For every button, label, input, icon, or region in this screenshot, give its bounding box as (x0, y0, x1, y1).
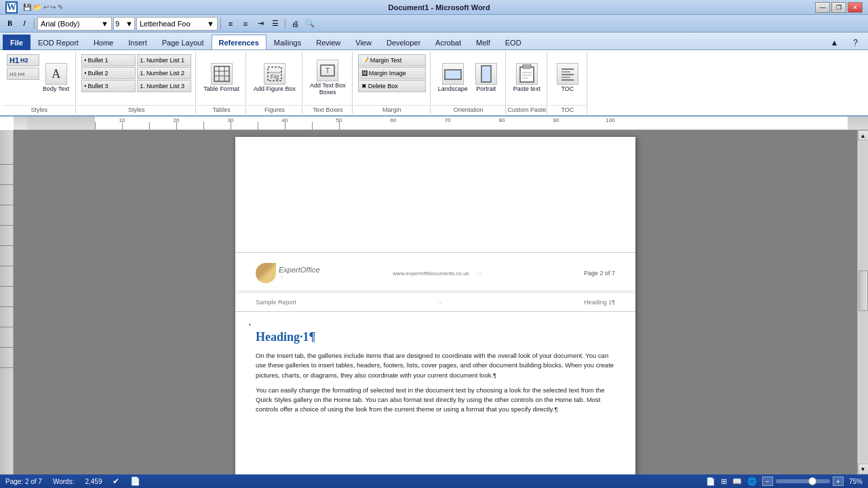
delete-box-button[interactable]: ✖ Delete Box (358, 80, 426, 92)
print-preview-button[interactable]: 🔍 (303, 17, 317, 30)
add-text-box-icon: T (317, 60, 338, 81)
num1-button[interactable]: 1. Number List 1 (137, 54, 191, 66)
h1-label[interactable]: H1 (9, 56, 19, 64)
zoom-slider-thumb[interactable] (808, 477, 816, 485)
tab-page-layout[interactable]: Page Layout (155, 35, 212, 49)
tab-references[interactable]: References (212, 35, 267, 50)
body-paragraph-1[interactable]: On the Insert tab, the galleries include… (256, 351, 615, 380)
bullet1-icon: • (84, 57, 86, 64)
bold-button[interactable]: 𝐁 (3, 17, 16, 30)
minimize-button[interactable]: — (815, 2, 830, 13)
svg-rect-10 (445, 70, 461, 79)
document-heading[interactable]: Heading·1¶ (256, 330, 615, 344)
landscape-icon (442, 63, 464, 85)
h3-label[interactable]: H3 (9, 71, 16, 77)
italic-button[interactable]: 𝐼 (18, 17, 31, 30)
words-count: 2,459 (85, 478, 102, 485)
status-bar: Page: 2 of 7 Words: 2,459 ✔ 📄 📄 ⊞ 📖 🌐 − … (0, 474, 868, 488)
doc-info-icon[interactable]: 📄 (130, 476, 140, 486)
zoom-out-button[interactable]: − (762, 476, 773, 486)
scroll-up-button[interactable]: ▲ (858, 130, 869, 141)
tab-view[interactable]: View (348, 35, 379, 49)
landscape-button[interactable]: Landscape (436, 54, 470, 102)
tab-review[interactable]: Review (309, 35, 348, 49)
bullets-toolbar-button[interactable]: ☰ (269, 17, 282, 30)
ribbon-group-paste: Paste text Custom Paste (507, 52, 547, 114)
num3-button[interactable]: 1. Number List 3 (137, 80, 191, 92)
scroll-track[interactable] (859, 142, 868, 463)
zoom-slider[interactable] (776, 479, 830, 483)
bullet-marker: • (249, 321, 251, 327)
h2-label[interactable]: H2 (20, 57, 28, 64)
margin-image-button[interactable]: 🖼 Margin Image (358, 67, 426, 79)
num2-button[interactable]: 1. Number List 2 (137, 67, 191, 79)
margin-text-button[interactable]: 📝 Margin Text (358, 54, 426, 66)
body-text-button[interactable]: A Body Text (41, 54, 71, 102)
scroll-thumb[interactable] (859, 270, 868, 311)
separator2 (220, 18, 221, 29)
page-container: ExpertOffice → www.expertoffidocuments.c… (14, 130, 857, 474)
page1-footer: ExpertOffice → www.expertoffidocuments.c… (235, 252, 635, 293)
body-paragraph-2[interactable]: You can easily change the formatting of … (256, 386, 615, 415)
ribbon-content: H1 H2 H3 H4 A Body Text Styles • (0, 50, 868, 117)
tab-melf[interactable]: Melf (469, 35, 498, 49)
ribbon-group-orientation: Landscape Portrait Orientation (432, 52, 506, 114)
add-figure-box-icon: Fig (264, 63, 285, 85)
separator (34, 18, 35, 29)
font-size-input[interactable]: 9 ▼ (113, 17, 135, 30)
bullet2-button[interactable]: • Bullet 2 (81, 67, 136, 79)
view-normal-icon[interactable]: 📄 (706, 477, 715, 486)
indent-button[interactable]: ⇥ (254, 17, 267, 30)
close-button[interactable]: ✕ (848, 2, 863, 13)
expand-ribbon-button[interactable]: ▲ (823, 35, 846, 49)
paste-text-button[interactable]: Paste text (511, 54, 542, 102)
table-format-button[interactable]: Table Format (201, 54, 241, 102)
ribbon-group-styles: H1 H2 H3 H4 A Body Text Styles (3, 52, 76, 114)
toc-label: TOC (561, 86, 574, 93)
page2-content[interactable]: • Heading·1¶ On the Insert tab, the gall… (235, 312, 635, 434)
font-selector[interactable]: Arial (Body) ▼ (37, 17, 112, 30)
print-button[interactable]: 🖨 (288, 17, 302, 30)
title-bar: W 💾 📂 ↩ ↪ ✎ Document1 - Microsoft Word —… (0, 0, 868, 15)
tab-insert[interactable]: Insert (121, 35, 155, 49)
align-center-button[interactable]: ≡ (239, 17, 252, 30)
tab-home[interactable]: Home (86, 35, 121, 49)
footer-center: www.expertoffidocuments.co.uk → (327, 270, 554, 277)
add-figure-box-label: Add Figure Box (254, 86, 296, 93)
ruler-area: 10 20 30 40 50 60 70 80 90 100 (27, 117, 868, 129)
tab-eod-report[interactable]: EOD Report (31, 35, 86, 49)
tab-file[interactable]: File (3, 35, 31, 50)
page-info: Page: 2 of 7 (5, 478, 42, 485)
title-bar-left: W 💾 📂 ↩ ↪ ✎ (5, 1, 63, 14)
spell-check-icon[interactable]: ✔ (113, 476, 119, 486)
scroll-down-button[interactable]: ▼ (858, 464, 869, 474)
tab-eod[interactable]: EOD (498, 35, 529, 49)
tab-acrobat[interactable]: Acrobat (428, 35, 469, 49)
h4-label[interactable]: H4 (18, 71, 24, 77)
tab-mailings[interactable]: Mailings (267, 35, 309, 49)
tab-developer[interactable]: Developer (379, 35, 428, 49)
view-web-icon[interactable]: 🌐 (747, 477, 757, 486)
add-figure-box-button[interactable]: Fig Add Figure Box (252, 54, 298, 102)
restore-button[interactable]: ❐ (831, 2, 846, 13)
bullet3-button[interactable]: • Bullet 3 (81, 80, 136, 92)
bullet2-icon: • (84, 70, 86, 77)
svg-text:T: T (326, 67, 330, 75)
zoom-in-button[interactable]: + (833, 476, 844, 486)
view-layout-icon[interactable]: ⊞ (721, 477, 727, 486)
add-text-box-button[interactable]: T Add Text Box Boxes (308, 54, 348, 102)
expert-office-logo-icon (256, 263, 276, 283)
portrait-button[interactable]: Portrait (471, 54, 501, 102)
help-button[interactable]: ? (846, 35, 865, 49)
bullet1-button[interactable]: • Bullet 1 (81, 54, 136, 66)
svg-rect-14 (523, 64, 531, 68)
view-read-icon[interactable]: 📖 (732, 477, 742, 486)
ribbon-group-margin: 📝 Margin Text 🖼 Margin Image ✖ Delete Bo… (354, 52, 431, 114)
toc-button[interactable]: TOC (553, 54, 583, 102)
align-left-button[interactable]: ≡ (224, 17, 237, 30)
window-title: Document1 - Microsoft Word (388, 3, 490, 12)
body-text-label: Body Text (43, 86, 69, 93)
margin-image-icon: 🖼 (361, 70, 368, 77)
style-selector[interactable]: Letterhead Foo ▼ (136, 17, 218, 30)
paste-text-label: Paste text (513, 86, 540, 93)
